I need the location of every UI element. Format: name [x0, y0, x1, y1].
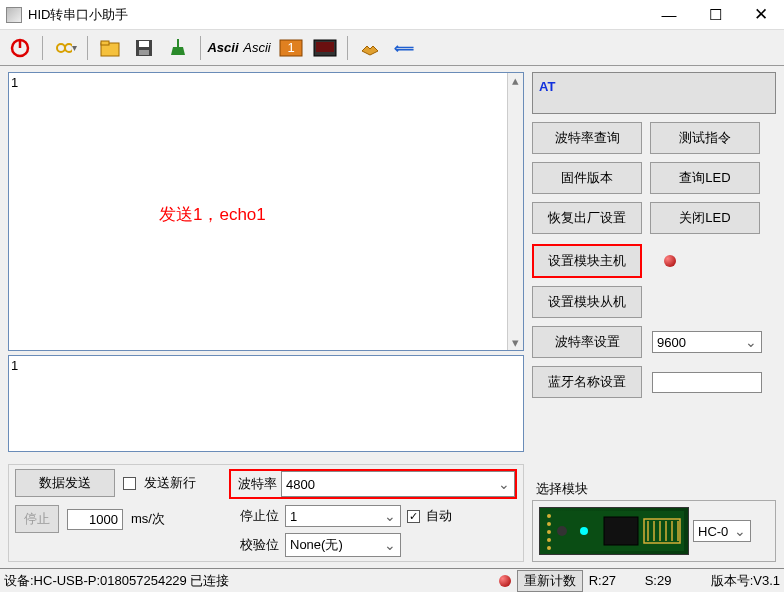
master-led-icon	[664, 255, 676, 267]
svg-point-20	[547, 546, 551, 550]
at-response-box[interactable]: AT	[532, 72, 776, 114]
newline-checkbox[interactable]	[123, 477, 136, 490]
bt-name-input[interactable]	[652, 372, 762, 393]
auto-label: 自动	[426, 507, 452, 525]
annotation-text: 发送1，echo1	[159, 203, 266, 226]
svg-rect-3	[101, 41, 109, 45]
svg-rect-6	[139, 50, 149, 55]
clean-icon[interactable]	[166, 36, 190, 60]
minimize-button[interactable]: —	[646, 0, 692, 30]
module-select[interactable]: HC-0	[693, 520, 751, 542]
stop-button[interactable]: 停止	[15, 505, 59, 533]
module-image	[539, 507, 689, 555]
hc-icon[interactable]: ⟸	[392, 36, 416, 60]
controls-panel: 数据发送 发送新行 停止 ms/次 波特率 4800 停止位 1	[8, 464, 524, 562]
scrollbar[interactable]: ▴▾	[507, 73, 523, 350]
toolbar: ▾ Ascii Ascii 1 ⟸	[0, 30, 784, 66]
receive-text: 1	[11, 75, 18, 90]
query-led-button[interactable]: 查询LED	[650, 162, 760, 194]
svg-point-18	[547, 530, 551, 534]
status-version: 版本号:V3.1	[711, 572, 780, 590]
module-area: 选择模块 HC-0	[532, 480, 776, 562]
stopbits-label: 停止位	[229, 507, 279, 525]
status-led-icon	[499, 575, 511, 587]
left-pane: 1 发送1，echo1 ▴▾ 1 数据发送 发送新行 停止 ms/次	[0, 66, 528, 568]
ascii-bold-icon[interactable]: Ascii	[211, 36, 235, 60]
status-device: 设备:HC-USB-P:018057254229 已连接	[4, 572, 229, 590]
right-pane: AT 波特率查询 测试指令 固件版本 查询LED 恢复出厂设置 关闭LED 设置…	[528, 66, 784, 568]
send-button[interactable]: 数据发送	[15, 469, 115, 497]
content: 1 发送1，echo1 ▴▾ 1 数据发送 发送新行 停止 ms/次	[0, 66, 784, 568]
parity-label: 校验位	[229, 536, 279, 554]
auto-checkbox[interactable]: ✓	[407, 510, 420, 523]
newline-label: 发送新行	[144, 474, 196, 492]
file-1-icon[interactable]: 1	[279, 36, 303, 60]
handshake-icon[interactable]	[358, 36, 382, 60]
window-title: HID转串口小助手	[28, 6, 128, 24]
svg-rect-5	[139, 41, 149, 47]
maximize-button[interactable]: ☐	[692, 0, 738, 30]
send-textarea[interactable]: 1	[8, 355, 524, 453]
svg-rect-11	[316, 42, 334, 52]
baud-query-button[interactable]: 波特率查询	[532, 122, 642, 154]
baud-select[interactable]: 4800	[281, 471, 515, 497]
statusbar: 设备:HC-USB-P:018057254229 已连接 重新计数 R:27 S…	[0, 568, 784, 592]
svg-point-15	[580, 527, 588, 535]
titlebar: HID转串口小助手 — ☐ ✕	[0, 0, 784, 30]
svg-text:1: 1	[287, 40, 294, 55]
svg-rect-13	[604, 517, 638, 545]
factory-reset-button[interactable]: 恢复出厂设置	[532, 202, 642, 234]
receive-textarea[interactable]: 1 发送1，echo1 ▴▾	[8, 72, 524, 351]
bt-name-button[interactable]: 蓝牙名称设置	[532, 366, 642, 398]
ascii-icon[interactable]: Ascii	[245, 36, 269, 60]
reset-count-button[interactable]: 重新计数	[517, 570, 583, 592]
close-button[interactable]: ✕	[738, 0, 784, 30]
power-icon[interactable]	[8, 36, 32, 60]
monitor-icon[interactable]	[313, 36, 337, 60]
close-led-button[interactable]: 关闭LED	[650, 202, 760, 234]
interval-unit: ms/次	[131, 510, 165, 528]
set-master-button[interactable]: 设置模块主机	[532, 244, 642, 278]
svg-point-14	[557, 526, 567, 536]
module-select-label: 选择模块	[532, 480, 776, 498]
link-icon[interactable]: ▾	[53, 36, 77, 60]
fw-version-button[interactable]: 固件版本	[532, 162, 642, 194]
folder-icon[interactable]	[98, 36, 122, 60]
svg-point-17	[547, 522, 551, 526]
parity-select[interactable]: None(无)	[285, 533, 401, 557]
svg-point-16	[547, 514, 551, 518]
status-s: S:29	[645, 573, 705, 588]
baud-label: 波特率	[231, 471, 281, 497]
interval-input[interactable]	[67, 509, 123, 530]
send-text: 1	[11, 358, 18, 373]
test-cmd-button[interactable]: 测试指令	[650, 122, 760, 154]
set-slave-button[interactable]: 设置模块从机	[532, 286, 642, 318]
baud-set-select[interactable]: 9600	[652, 331, 762, 353]
status-r: R:27	[589, 573, 639, 588]
svg-point-19	[547, 538, 551, 542]
app-icon	[6, 7, 22, 23]
save-icon[interactable]	[132, 36, 156, 60]
baud-set-button[interactable]: 波特率设置	[532, 326, 642, 358]
svg-rect-7	[177, 39, 179, 47]
stopbits-select[interactable]: 1	[285, 505, 401, 527]
